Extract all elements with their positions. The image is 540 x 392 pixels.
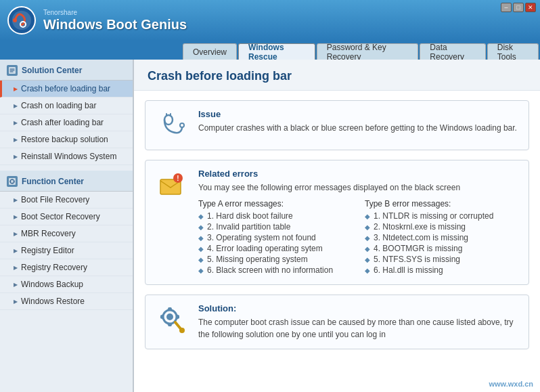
svg-text:!: ! [177, 175, 179, 182]
function-center-header: Function Center [0, 171, 133, 192]
sidebar-item-reinstall-windows[interactable]: Reinstall Windows System [0, 148, 133, 165]
diamond-icon: ◆ [365, 245, 370, 253]
error-a-6: ◆6. Black screen with no information [198, 265, 351, 275]
solution-center-label: Solution Center [22, 66, 82, 75]
sidebar-item-windows-restore[interactable]: Windows Restore [0, 293, 133, 310]
content-area: Crash before loading bar Issue Computer … [133, 60, 540, 392]
type-b-title: Type B error messages: [365, 199, 518, 209]
nav-bar: Overview Windows Rescue Password & Key R… [0, 41, 540, 60]
error-b-4: ◆4. BOOTMGR is missing [365, 244, 518, 253]
title-bar: – □ ✕ Tenorshare Windows Boot Genius [0, 0, 540, 41]
solution-heading: Solution: [198, 303, 518, 313]
issue-body: Issue Computer crashes with a black or b… [198, 109, 518, 134]
error-a-4: ◆4. Error loading operating sytem [198, 244, 351, 253]
svg-point-2 [13, 18, 17, 22]
solution-svg [156, 303, 189, 336]
errors-col-a: Type A error messages: ◆1. Hard disk boo… [198, 199, 351, 276]
function-center-label: Function Center [22, 177, 84, 186]
sidebar-item-crash-after[interactable]: Crash after loading bar [0, 114, 133, 131]
errors-grid: Type A error messages: ◆1. Hard disk boo… [198, 199, 518, 276]
main-layout: Solution Center Crash before loading bar… [0, 60, 540, 392]
app-title: Windows Boot Genius [43, 17, 187, 32]
diamond-icon: ◆ [198, 213, 204, 220]
related-errors-icon: ! [156, 169, 189, 201]
function-center-icon [7, 176, 18, 187]
diamond-icon: ◆ [198, 256, 204, 263]
issue-text: Computer crashes with a black or blue sc… [198, 122, 518, 134]
svg-point-9 [181, 124, 183, 127]
solution-body: Solution: The computer boot crash issue … [198, 303, 518, 341]
diamond-icon: ◆ [365, 234, 370, 242]
diamond-icon: ◆ [365, 267, 370, 274]
diamond-icon: ◆ [365, 213, 370, 220]
svg-point-17 [179, 328, 185, 333]
diamond-icon: ◆ [365, 256, 370, 263]
related-errors-text: You may see the following error messages… [198, 181, 518, 194]
error-a-3: ◆3. Operating system not found [198, 233, 351, 242]
sidebar: Solution Center Crash before loading bar… [0, 60, 133, 392]
error-b-5: ◆5. NTFS.SYS is missing [365, 255, 518, 264]
sidebar-item-registry-editor[interactable]: Registry Editor [0, 242, 133, 259]
error-b-3: ◆3. Ntdetect.com is missing [365, 233, 518, 242]
app-logo [7, 5, 37, 35]
tab-disk-tools[interactable]: Disk Tools [487, 43, 539, 60]
solution-text: The computer boot crash issue can be cau… [198, 316, 518, 341]
error-b-2: ◆2. Ntoskrnl.exe is missing [365, 222, 518, 232]
error-a-2: ◆2. Invalid partition table [198, 222, 351, 232]
diamond-icon: ◆ [198, 234, 204, 242]
type-a-title: Type A error messages: [198, 199, 351, 209]
issue-card: Issue Computer crashes with a black or b… [145, 100, 529, 150]
close-button[interactable]: ✕ [525, 3, 536, 12]
sidebar-item-boot-file[interactable]: Boot File Recovery [0, 192, 133, 209]
sidebar-item-crash-before[interactable]: Crash before loading bar [0, 81, 133, 97]
error-b-6: ◆6. Hal.dll is missing [365, 265, 518, 275]
minimize-button[interactable]: – [501, 3, 512, 12]
error-b-1: ◆1. NTLDR is missing or corrupted [365, 211, 518, 221]
solution-center-icon [7, 65, 18, 76]
diamond-icon: ◆ [365, 223, 370, 231]
svg-point-7 [164, 115, 173, 125]
stethoscope-svg [158, 110, 187, 140]
diamond-icon: ◆ [198, 223, 204, 231]
sidebar-item-mbr-recovery[interactable]: MBR Recovery [0, 225, 133, 242]
sidebar-item-boot-sector[interactable]: Boot Sector Recovery [0, 209, 133, 225]
issue-icon [156, 109, 189, 141]
issue-heading: Issue [198, 109, 518, 119]
app-title-block: Tenorshare Windows Boot Genius [43, 9, 187, 32]
solution-card: Solution: The computer boot crash issue … [145, 295, 529, 349]
tab-windows-rescue[interactable]: Windows Rescue [238, 43, 315, 60]
solution-icon [156, 303, 189, 336]
tab-overview[interactable]: Overview [183, 43, 237, 60]
diamond-icon: ◆ [198, 267, 204, 274]
app-vendor: Tenorshare [43, 9, 187, 16]
solution-center-header: Solution Center [0, 60, 133, 81]
related-errors-card: ! Related errors You may see the followi… [145, 160, 529, 285]
sidebar-item-restore-backup[interactable]: Restore backup solution [0, 131, 133, 148]
error-a-5: ◆5. Missing operating system [198, 255, 351, 264]
envelope-svg: ! [158, 170, 187, 200]
errors-col-b: Type B error messages: ◆1. NTLDR is miss… [365, 199, 518, 276]
related-errors-heading: Related errors [198, 169, 518, 179]
svg-point-16 [166, 313, 173, 320]
maximize-button[interactable]: □ [513, 3, 524, 12]
tab-data-recovery[interactable]: Data Recovery [420, 43, 485, 60]
tab-password-recovery[interactable]: Password & Key Recovery [317, 43, 419, 60]
sidebar-item-crash-on[interactable]: Crash on loading bar [0, 97, 133, 114]
watermark: www.wxd.cn [489, 380, 533, 388]
related-errors-body: Related errors You may see the following… [198, 169, 518, 276]
sidebar-item-registry-recovery[interactable]: Registry Recovery [0, 259, 133, 276]
diamond-icon: ◆ [198, 245, 204, 253]
error-a-1: ◆1. Hard disk boot failure [198, 211, 351, 221]
content-title: Crash before loading bar [134, 60, 540, 91]
sidebar-item-windows-backup[interactable]: Windows Backup [0, 276, 133, 293]
window-controls: – □ ✕ [501, 3, 536, 12]
